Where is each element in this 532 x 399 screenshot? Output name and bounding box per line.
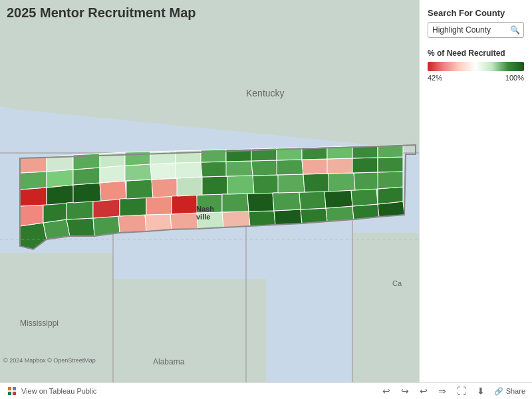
search-label: Search For County: [428, 8, 524, 18]
svg-marker-16: [47, 170, 73, 188]
svg-marker-11: [20, 205, 43, 226]
share-button[interactable]: 🔗 Share: [494, 387, 525, 396]
svg-marker-25: [73, 168, 100, 185]
svg-marker-36: [150, 163, 177, 180]
svg-marker-55: [226, 161, 253, 176]
legend-color-bar: [428, 62, 524, 71]
svg-marker-26: [100, 166, 125, 183]
svg-marker-17: [20, 157, 47, 173]
svg-marker-59: [274, 209, 302, 225]
svg-marker-50: [249, 211, 275, 226]
map-area: Kentucky Mississippi Alabama Ca: [0, 0, 419, 382]
svg-marker-41: [172, 195, 198, 214]
svg-text:Ca: Ca: [392, 279, 402, 287]
legend-range: 42% 100%: [428, 74, 524, 82]
svg-marker-53: [227, 176, 254, 194]
svg-marker-61: [273, 192, 301, 211]
legend-label: % of Need Recruited: [428, 49, 524, 58]
svg-marker-14: [47, 185, 74, 205]
svg-marker-52: [247, 193, 274, 211]
svg-rect-90: [13, 392, 16, 395]
svg-marker-19: [66, 218, 94, 236]
forward-button[interactable]: ⇒: [437, 386, 448, 396]
svg-marker-63: [278, 174, 305, 193]
svg-marker-71: [325, 190, 352, 208]
share-label: Share: [506, 387, 525, 395]
svg-marker-62: [299, 192, 326, 209]
svg-marker-12: [43, 203, 66, 223]
svg-marker-81: [378, 172, 403, 189]
share-icon: 🔗: [494, 387, 503, 396]
legend-min: 42%: [428, 74, 442, 82]
svg-marker-73: [329, 173, 355, 192]
svg-marker-35: [125, 164, 152, 181]
svg-text:Nash: Nash: [196, 205, 214, 213]
svg-marker-32: [146, 196, 172, 215]
svg-marker-72: [351, 189, 378, 206]
svg-text:Alabama: Alabama: [153, 357, 185, 366]
undo-button[interactable]: ↩: [381, 386, 392, 396]
svg-marker-31: [120, 198, 146, 216]
svg-marker-44: [202, 176, 227, 195]
svg-text:Kentucky: Kentucky: [246, 88, 285, 98]
svg-rect-89: [8, 392, 11, 395]
svg-marker-24: [100, 181, 126, 201]
sidebar: Search For County 🔍 % of Need Recruited …: [419, 0, 532, 382]
svg-marker-56: [251, 160, 278, 176]
svg-marker-23: [73, 183, 101, 203]
main-container: Kentucky Mississippi Alabama Ca: [0, 0, 532, 399]
svg-rect-88: [13, 387, 16, 390]
svg-marker-29: [118, 215, 146, 233]
svg-marker-15: [20, 172, 47, 190]
svg-marker-46: [201, 162, 227, 177]
svg-marker-66: [302, 159, 329, 174]
tableau-icon: [7, 386, 17, 396]
svg-marker-51: [222, 194, 249, 212]
svg-marker-75: [327, 158, 354, 174]
svg-marker-82: [378, 157, 403, 172]
svg-marker-30: [145, 214, 172, 231]
svg-text:Mississippi: Mississippi: [20, 319, 59, 328]
svg-rect-87: [8, 387, 11, 390]
map-title: 2025 Mentor Recruitment Map: [7, 5, 196, 21]
tableau-logo[interactable]: View on Tableau Public: [7, 386, 96, 396]
svg-marker-33: [126, 180, 153, 199]
fullscreen-button[interactable]: ⛶: [456, 386, 467, 396]
back-button[interactable]: ↩: [418, 386, 429, 396]
svg-marker-43: [177, 177, 203, 196]
svg-marker-39: [170, 213, 198, 229]
svg-marker-65: [277, 160, 303, 175]
svg-marker-54: [253, 175, 279, 194]
view-on-tableau-label: View on Tableau Public: [21, 387, 96, 395]
svg-marker-74: [354, 172, 379, 190]
bottom-bar: View on Tableau Public ↩ ↪ ↩ ⇒ ⛶ ⬇ 🔗 Sha…: [0, 382, 532, 399]
svg-marker-21: [66, 201, 93, 219]
copyright-text: © 2024 Mapbox © OpenStreetMap: [3, 357, 96, 364]
svg-text:ville: ville: [196, 213, 210, 221]
download-button[interactable]: ⬇: [475, 386, 486, 396]
svg-marker-34: [152, 178, 178, 198]
bottom-controls: ↩ ↪ ↩ ⇒ ⛶ ⬇ 🔗 Share: [381, 386, 525, 396]
svg-marker-83: [378, 145, 403, 158]
search-wrapper: 🔍: [428, 22, 524, 38]
svg-marker-22: [93, 199, 120, 218]
svg-marker-45: [176, 162, 202, 178]
search-icon: 🔍: [510, 25, 520, 35]
svg-marker-64: [303, 174, 330, 192]
map-svg: Kentucky Mississippi Alabama Ca: [0, 0, 419, 382]
legend-max: 100%: [505, 74, 524, 82]
svg-marker-49: [222, 211, 250, 227]
svg-marker-76: [352, 158, 378, 173]
svg-marker-13: [20, 188, 47, 206]
redo-button[interactable]: ↪: [400, 386, 410, 396]
svg-marker-80: [378, 187, 403, 204]
